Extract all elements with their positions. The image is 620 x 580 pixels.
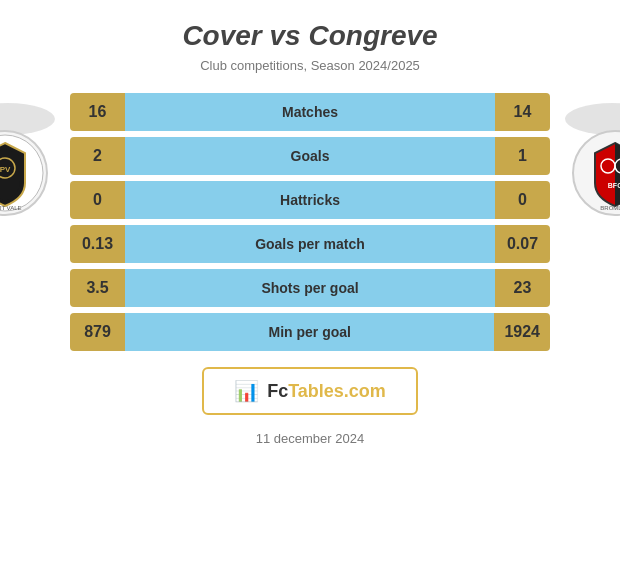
stat-row-goals: 2 Goals 1 [70, 137, 550, 175]
stat-label-mpg: Min per goal [125, 313, 494, 351]
stat-row-matches: 16 Matches 14 [70, 93, 550, 131]
stat-row-shots-per-goal: 3.5 Shots per goal 23 [70, 269, 550, 307]
stat-left-spg: 3.5 [70, 269, 125, 307]
stat-label-spg: Shots per goal [125, 269, 495, 307]
stat-left-gpm: 0.13 [70, 225, 125, 263]
date-label: 11 december 2024 [256, 431, 364, 446]
left-team-logo: PV PORT VALE [0, 128, 50, 222]
stat-right-matches: 14 [495, 93, 550, 131]
stat-right-hattricks: 0 [495, 181, 550, 219]
stat-label-goals: Goals [125, 137, 495, 175]
stat-right-gpm: 0.07 [495, 225, 550, 263]
stat-label-gpm: Goals per match [125, 225, 495, 263]
svg-text:BFC: BFC [608, 182, 620, 189]
page-subtitle: Club competitions, Season 2024/2025 [200, 58, 420, 73]
svg-text:PV: PV [0, 165, 11, 174]
stat-left-hattricks: 0 [70, 181, 125, 219]
brand-box[interactable]: 📊 FcTables.com [202, 367, 418, 415]
stat-label-hattricks: Hattricks [125, 181, 495, 219]
stat-left-goals: 2 [70, 137, 125, 175]
stat-row-min-per-goal: 879 Min per goal 1924 [70, 313, 550, 351]
brand-icon: 📊 [234, 379, 259, 403]
page-title: Cover vs Congreve [182, 20, 437, 52]
stat-row-goals-per-match: 0.13 Goals per match 0.07 [70, 225, 550, 263]
svg-text:PORT VALE: PORT VALE [0, 205, 22, 211]
stat-label-matches: Matches [125, 93, 495, 131]
svg-text:BROMLEY: BROMLEY [600, 205, 620, 211]
brand-name: FcTables.com [267, 381, 386, 402]
stat-right-goals: 1 [495, 137, 550, 175]
page-container: Cover vs Congreve Club competitions, Sea… [0, 0, 620, 580]
stat-right-spg: 23 [495, 269, 550, 307]
stat-row-hattricks: 0 Hattricks 0 [70, 181, 550, 219]
stats-area: PV PORT VALE BFC BROMLEY 16 Matches 14 [70, 93, 550, 351]
stat-right-mpg: 1924 [494, 313, 550, 351]
stat-left-matches: 16 [70, 93, 125, 131]
stat-left-mpg: 879 [70, 313, 125, 351]
right-team-logo: BFC BROMLEY [570, 128, 620, 222]
